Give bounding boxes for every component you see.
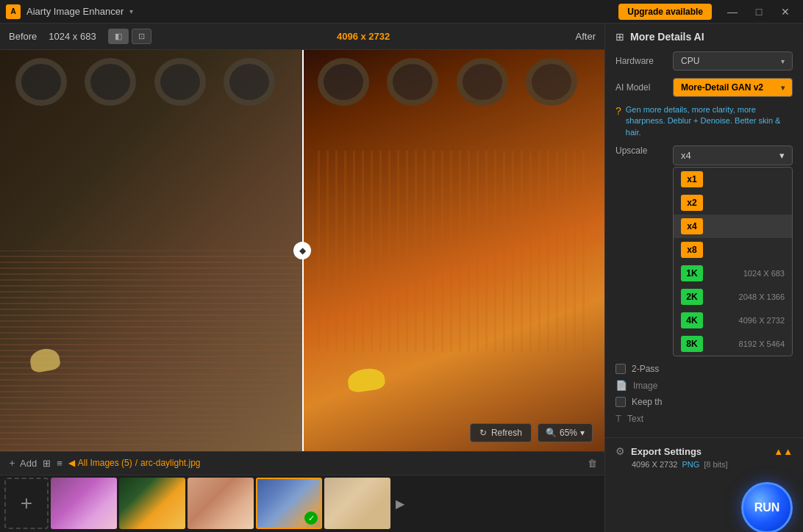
before-image (0, 50, 302, 451)
nav-back-icon[interactable]: ◀ (68, 458, 75, 468)
export-section: ⚙ Export Settings ▲▲ 4096 X 2732 PNG [8 … (605, 437, 803, 476)
twopass-checkbox[interactable] (615, 364, 626, 374)
upscale-badge-4k: 4K (681, 312, 703, 328)
arch-window (387, 58, 438, 106)
thumbnail-bird[interactable] (51, 478, 117, 529)
ai-model-label: AI Model (615, 82, 667, 93)
ai-model-row: AI Model More-Detail GAN v2 ▾ (615, 78, 793, 97)
zoom-control[interactable]: 🔍 65% ▾ (538, 423, 593, 442)
upscale-badge-2k: 2K (681, 289, 703, 305)
image-section-row: 📄 Image (615, 380, 793, 391)
ai-hint: ? Gen more details, more clarity, more s… (615, 104, 793, 138)
side-by-side-button[interactable]: ⊡ (132, 29, 151, 44)
text-section-label: Text (627, 414, 643, 424)
split-view-button[interactable]: ◧ (108, 29, 129, 44)
upscale-option-1k[interactable]: 1K 1024 X 683 (674, 262, 792, 285)
add-image-button[interactable]: + (4, 478, 49, 529)
zoom-level: 65% (560, 428, 577, 438)
export-header: ⚙ Export Settings ▲▲ (615, 445, 793, 457)
all-images-link[interactable]: All Images (5) (78, 458, 132, 468)
upscale-badge-1k: 1K (681, 265, 703, 281)
title-dropdown-arrow[interactable]: ▾ (129, 7, 133, 15)
before-size: 1024 x 683 (49, 31, 96, 42)
before-image-panel (0, 50, 302, 451)
thumbnail-woman[interactable] (188, 478, 254, 529)
upscale-badge-x4: x4 (681, 218, 703, 234)
upscale-selected-value: x4 (681, 150, 691, 161)
upscale-option-4k[interactable]: 4K 4096 X 2732 (674, 309, 792, 332)
hardware-row: Hardware CPU ▾ (615, 51, 793, 71)
upscale-option-x4[interactable]: x4 (674, 215, 792, 238)
upscale-option-8k[interactable]: 8K 8192 X 5464 (674, 332, 792, 356)
chevron-down-icon: ▾ (779, 150, 785, 161)
titlebar: A Aiarty Image Enhancer ▾ Upgrade availa… (0, 0, 803, 24)
upscale-row: Upscale x4 ▾ x1 x2 (615, 145, 793, 356)
view-toggle: ◧ ⊡ (108, 29, 151, 44)
viewer-topbar: Before 1024 x 683 ◧ ⊡ 4096 x 2732 After (0, 24, 604, 50)
hardware-dropdown[interactable]: CPU ▾ (673, 51, 793, 71)
right-controls: ⊞ More Details AI Hardware CPU ▾ AI Mode… (605, 24, 803, 437)
filmstrip-toolbar: ＋ Add ⊞ ≡ ◀ All Images (5) / arc-dayligh… (0, 452, 604, 475)
upscale-badge-x2: x2 (681, 195, 703, 211)
upgrade-button[interactable]: Upgrade available (618, 4, 712, 20)
upscale-option-x1[interactable]: x1 (674, 168, 792, 191)
size-8k: 8192 X 5464 (739, 339, 785, 348)
file-icon: 📄 (615, 380, 627, 391)
upscale-menu: x1 x2 x4 (673, 167, 793, 356)
size-4k: 4096 X 2732 (739, 316, 785, 325)
right-panel: ⊞ More Details AI Hardware CPU ▾ AI Mode… (604, 24, 803, 532)
export-format: PNG (682, 460, 699, 469)
export-collapse-button[interactable]: ▲▲ (774, 446, 793, 457)
export-info: 4096 X 2732 PNG [8 bits] (615, 460, 793, 469)
section-icon: ⊞ (615, 31, 624, 43)
selected-checkmark: ✓ (304, 511, 318, 525)
breadcrumb: ◀ All Images (5) / arc-daylight.jpg (68, 458, 201, 468)
twopass-label: 2-Pass (632, 364, 659, 374)
zoom-arrow: ▾ (580, 428, 585, 438)
after-size: 4096 x 2732 (337, 31, 390, 42)
upscale-badge-x1: x1 (681, 171, 703, 187)
refresh-button[interactable]: ↻ Refresh (470, 423, 532, 442)
thumbnail-portrait[interactable] (324, 478, 390, 529)
zoom-icon: 🔍 (546, 428, 557, 438)
filmstrip-next-button[interactable]: ▶ (393, 494, 407, 514)
export-left: ⚙ Export Settings (615, 445, 702, 457)
image-section-label: Image (633, 381, 657, 391)
image-comparison-area[interactable]: ◆ ↻ Refresh 🔍 65% ▾ (0, 50, 604, 451)
ai-model-dropdown[interactable]: More-Detail GAN v2 ▾ (673, 78, 793, 97)
chevron-down-icon: ▾ (781, 57, 785, 65)
bird-element-enhanced (346, 367, 386, 394)
titlebar-right: Upgrade available — □ ✕ (618, 3, 797, 21)
upscale-option-x8[interactable]: x8 (674, 238, 792, 262)
upscale-option-x2[interactable]: x2 (674, 191, 792, 215)
arch-window (15, 58, 67, 106)
arch-window (224, 58, 275, 106)
section-title: More Details AI (630, 31, 704, 43)
list-view-button[interactable]: ≡ (57, 458, 63, 469)
add-button[interactable]: ＋ Add (7, 456, 37, 470)
size-1k: 1024 X 683 (743, 269, 785, 278)
split-handle[interactable]: ◆ (293, 242, 311, 259)
size-2k: 2048 X 1366 (739, 292, 785, 301)
run-button[interactable]: RUN (741, 482, 793, 532)
keepth-row: Keep th (615, 397, 793, 407)
main-layout: Before 1024 x 683 ◧ ⊡ 4096 x 2732 After (0, 24, 803, 532)
arch-window (154, 58, 206, 106)
chevron-down-icon: ▾ (781, 84, 785, 92)
delete-button[interactable]: 🗑 (588, 458, 597, 469)
arch-window (318, 58, 369, 106)
titlebar-left: A Aiarty Image Enhancer ▾ (6, 4, 133, 19)
filmstrip: ＋ Add ⊞ ≡ ◀ All Images (5) / arc-dayligh… (0, 451, 604, 532)
thumbnail-butterfly[interactable] (119, 478, 185, 529)
after-label: After (576, 31, 596, 42)
before-label: Before (9, 31, 37, 42)
close-button[interactable]: ✕ (774, 3, 797, 21)
upscale-dropdown[interactable]: x4 ▾ (673, 145, 793, 165)
grid-view-button[interactable]: ⊞ (43, 458, 51, 469)
after-image-panel (302, 50, 604, 451)
keepth-checkbox[interactable] (615, 397, 626, 407)
upscale-option-2k[interactable]: 2K 2048 X 1366 (674, 285, 792, 309)
maximize-button[interactable]: □ (747, 3, 771, 21)
thumbnail-cathedral[interactable]: ✓ (256, 478, 322, 529)
minimize-button[interactable]: — (721, 3, 744, 21)
